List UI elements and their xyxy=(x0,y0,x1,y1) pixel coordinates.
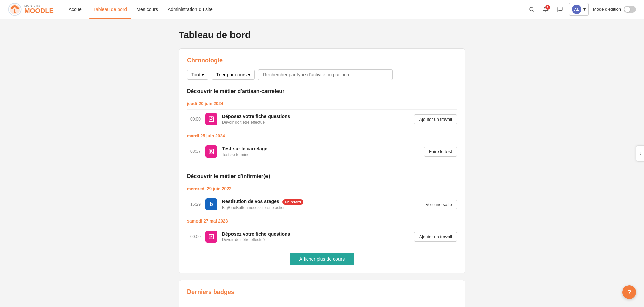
activity-info: Restitution de vos stages En retard BigB… xyxy=(222,199,416,210)
activity-time: 00:00 xyxy=(187,234,201,239)
notifications-button[interactable]: 1 xyxy=(541,4,551,14)
navbar: MON LMS MOODLE Accueil Tableau de bord M… xyxy=(0,0,644,19)
show-more-wrapper: Afficher plus de cours xyxy=(187,253,457,265)
table-row: 08:37 Test sur le carrelage Test se term… xyxy=(187,142,457,161)
notification-badge: 1 xyxy=(545,5,550,10)
main-content: Tableau de bord Chronologie Tout ▾ Trier… xyxy=(171,30,473,307)
main-nav: Accueil Tableau de bord Mes cours Admini… xyxy=(65,0,527,19)
activity-action: Voir une salle xyxy=(421,200,457,209)
voir-salle-btn[interactable]: Voir une salle xyxy=(421,200,457,209)
table-row: 16:29 b Restitution de vos stages En ret… xyxy=(187,195,457,214)
filter-sort-select[interactable]: Trier par cours ▾ xyxy=(212,70,255,80)
user-menu-arrow: ▾ xyxy=(583,7,586,12)
mode-edition-label: Mode d'édition xyxy=(593,7,621,12)
activity-name: Déposez votre fiche questions xyxy=(222,114,409,119)
nav-item-accueil[interactable]: Accueil xyxy=(65,0,88,19)
activity-subtitle: Devoir doit être effectué xyxy=(222,120,409,125)
activity-action: Faire le test xyxy=(424,147,457,157)
course-2-date-2: samedi 27 mai 2023 xyxy=(187,218,457,224)
activity-action: Ajouter un travail xyxy=(414,114,457,124)
page-title: Tableau de bord xyxy=(179,30,465,40)
activity-info: Déposez votre fiche questions Devoir doi… xyxy=(222,114,409,125)
brand-logo-link[interactable]: MON LMS MOODLE xyxy=(8,3,54,16)
activity-action: Ajouter un travail xyxy=(414,232,457,242)
mode-edition-toggle[interactable]: Mode d'édition xyxy=(593,6,636,13)
table-row: 00:00 Déposez votre fiche questions Devo… xyxy=(187,109,457,129)
activity-time: 08:37 xyxy=(187,149,201,154)
course-1-date-2: mardi 25 juin 2024 xyxy=(187,133,457,138)
filters-row: Tout ▾ Trier par cours ▾ xyxy=(187,69,457,80)
filter-all-label: Tout xyxy=(191,72,200,77)
course-2-title: Découvrir le métier d'infirmier(e) xyxy=(187,173,457,182)
faire-test-btn[interactable]: Faire le test xyxy=(424,147,457,157)
svg-point-4 xyxy=(530,7,533,11)
course-section-2: Découvrir le métier d'infirmier(e) mercr… xyxy=(187,173,457,246)
course-2-date-1: mercredi 29 juin 2022 xyxy=(187,186,457,191)
filter-all-arrow: ▾ xyxy=(202,72,204,77)
activity-info: Déposez votre fiche questions Devoir doi… xyxy=(222,231,409,242)
user-avatar: AL xyxy=(572,5,581,14)
nav-item-administration[interactable]: Administration du site xyxy=(164,0,217,19)
retard-badge: En retard xyxy=(282,199,303,205)
svg-line-5 xyxy=(533,10,534,12)
activity-info: Test sur le carrelage Test se termine xyxy=(222,146,419,157)
navbar-right: 1 AL ▾ Mode d'édition xyxy=(527,3,636,16)
filter-sort-label: Trier par cours xyxy=(216,72,247,77)
nav-item-tableau-de-bord[interactable]: Tableau de bord xyxy=(89,0,131,19)
chronologie-card: Chronologie Tout ▾ Trier par cours ▾ Déc… xyxy=(179,48,465,273)
course-1-date-1: jeudi 20 juin 2024 xyxy=(187,101,457,106)
filter-all-select[interactable]: Tout ▾ xyxy=(187,70,208,80)
derniers-badges-card: Derniers badges xyxy=(179,280,465,307)
activity-time: 16:29 xyxy=(187,202,201,207)
search-wrapper xyxy=(258,69,393,80)
quiz-icon xyxy=(205,145,217,158)
bigbluebutton-icon: b xyxy=(205,198,217,210)
chronologie-title: Chronologie xyxy=(187,57,457,64)
sidebar-toggle[interactable]: ‹ xyxy=(636,145,644,162)
brand-bottom-label: MOODLE xyxy=(24,7,54,14)
activity-subtitle: BigBlueButton nécessite une action xyxy=(222,205,416,210)
ajouter-travail-btn-2[interactable]: Ajouter un travail xyxy=(414,232,457,242)
mode-edition-switch[interactable] xyxy=(624,6,636,13)
filter-sort-arrow: ▾ xyxy=(248,72,250,77)
search-button[interactable] xyxy=(527,4,537,14)
activity-name: Restitution de vos stages En retard xyxy=(222,199,416,204)
search-input[interactable] xyxy=(258,69,393,80)
course-divider xyxy=(187,168,457,168)
course-section-1: Découvrir le métier d'artisan-carreleur … xyxy=(187,88,457,161)
help-button[interactable]: ? xyxy=(622,285,636,299)
activity-subtitle: Test se termine xyxy=(222,152,419,157)
derniers-badges-title: Derniers badges xyxy=(187,288,457,296)
user-menu[interactable]: AL ▾ xyxy=(569,3,589,16)
activity-name: Déposez votre fiche questions xyxy=(222,231,409,237)
activity-subtitle: Devoir doit être effectué xyxy=(222,237,409,242)
nav-item-mes-cours[interactable]: Mes cours xyxy=(132,0,162,19)
ajouter-travail-btn-1[interactable]: Ajouter un travail xyxy=(414,114,457,124)
activity-time: 00:00 xyxy=(187,117,201,122)
course-1-title: Découvrir le métier d'artisan-carreleur xyxy=(187,88,457,97)
show-more-button[interactable]: Afficher plus de cours xyxy=(290,253,354,265)
table-row: 00:00 Déposez votre fiche questions Devo… xyxy=(187,227,457,246)
messages-button[interactable] xyxy=(555,4,565,14)
assignment-icon-2 xyxy=(205,231,217,243)
assignment-icon xyxy=(205,113,217,125)
activity-name: Test sur le carrelage xyxy=(222,146,419,151)
